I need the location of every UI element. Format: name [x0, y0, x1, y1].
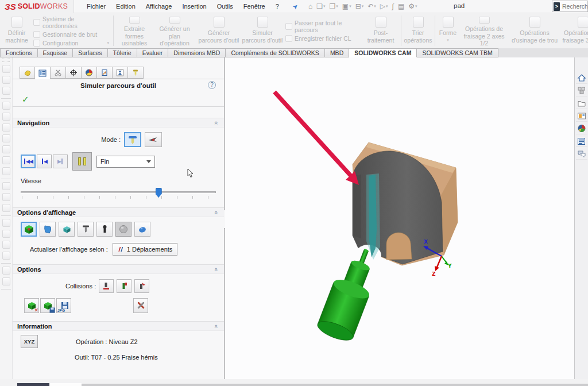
- menu-fenetre[interactable]: Fenêtre: [243, 3, 265, 10]
- xyz-coordinates-button[interactable]: XYZ: [21, 335, 38, 348]
- cam-operation-icon[interactable]: [2, 102, 10, 110]
- show-shaded-button[interactable]: [115, 222, 131, 237]
- ribbon-stock-manager[interactable]: Gestionnaire de brut: [33, 31, 109, 38]
- tab-complements-solidworks[interactable]: Compléments de SOLIDWORKS: [226, 48, 324, 57]
- speed-slider[interactable]: [21, 187, 216, 200]
- ribbon-step-through[interactable]: Passer par tout le parcours: [285, 20, 360, 33]
- cam-operation-icon[interactable]: [2, 167, 10, 175]
- cam-operation-icon[interactable]: [2, 145, 10, 153]
- cam-operation-icon[interactable]: [2, 134, 10, 142]
- home-icon[interactable]: ⌂: [308, 2, 312, 10]
- next-step-button[interactable]: ▶: [53, 155, 68, 168]
- cam-operation-icon[interactable]: [2, 277, 10, 285]
- print-icon[interactable]: ⊟▾: [355, 2, 364, 10]
- tab-tool[interactable]: [128, 67, 144, 79]
- tab-copy-page[interactable]: [97, 67, 113, 79]
- collapse-chevron-icon[interactable]: «: [213, 121, 220, 124]
- moves-update-button[interactable]: 1 Déplacements: [113, 243, 178, 256]
- help-icon[interactable]: ?: [208, 81, 216, 89]
- undo-icon[interactable]: ↶▾: [368, 2, 376, 10]
- cam-operation-icon[interactable]: [2, 267, 10, 275]
- slider-track[interactable]: [21, 191, 216, 193]
- cam-operation-icon[interactable]: [2, 182, 10, 190]
- forum-button[interactable]: [576, 148, 587, 160]
- toolbar-grip[interactable]: [2, 59, 10, 62]
- cam-operation-icon[interactable]: [2, 113, 10, 121]
- section-navigation[interactable]: Navigation «: [13, 118, 224, 128]
- collision-holder-button[interactable]: [117, 279, 131, 293]
- tool-mode-button[interactable]: [124, 132, 141, 147]
- ribbon-configuration[interactable]: Configuration▾: [33, 40, 109, 47]
- collapse-chevron-icon[interactable]: «: [213, 267, 220, 271]
- show-holder-button[interactable]: [96, 222, 113, 237]
- list-icon[interactable]: ▤: [398, 2, 404, 10]
- cam-operation-icon[interactable]: [2, 156, 10, 164]
- stop-record-button[interactable]: ✕: [24, 298, 39, 313]
- resources-home-button[interactable]: [576, 72, 587, 84]
- file-explorer-button[interactable]: [576, 98, 587, 109]
- ribbon-mill-3axis[interactable]: Opérations de fraisage 3 axes: [560, 14, 588, 47]
- search-input[interactable]: [562, 3, 587, 10]
- section-options[interactable]: Options «: [13, 264, 224, 274]
- section-display-options[interactable]: Options d'affichage «: [13, 207, 224, 217]
- ribbon-hole-machining[interactable]: Opérations d'usinage de trou: [509, 14, 560, 47]
- record-video-button[interactable]: [40, 298, 55, 313]
- cam-operation-icon[interactable]: [2, 241, 10, 249]
- ribbon-simulate-toolpath[interactable]: Simuler parcours d'outil: [242, 14, 283, 47]
- search-icon[interactable]: >: [554, 2, 560, 11]
- tab-dimensions-mbd[interactable]: Dimensions MBD: [168, 48, 226, 57]
- ok-check-button[interactable]: ✓: [22, 94, 29, 105]
- show-target-button[interactable]: [40, 222, 56, 237]
- ribbon-coord-system[interactable]: Système de coordonnées: [33, 16, 109, 29]
- cam-operation-icon[interactable]: [2, 230, 10, 238]
- open-icon[interactable]: ❐▾: [330, 2, 338, 10]
- show-fixture-button[interactable]: [59, 222, 75, 237]
- cam-operation-icon[interactable]: [2, 76, 10, 84]
- select-icon[interactable]: ▷▾: [380, 2, 388, 10]
- collision-rapid-button[interactable]: [134, 279, 149, 293]
- tab-origin[interactable]: [66, 67, 82, 79]
- menu-fichier[interactable]: Fichier: [87, 3, 106, 10]
- ribbon-save-cl[interactable]: Enregistrer fichier CL: [285, 35, 360, 42]
- new-document-icon[interactable]: ❏▾: [316, 2, 325, 10]
- ribbon-extract-features[interactable]: Extraire formes usinables: [115, 14, 153, 47]
- tab-mbd[interactable]: MBD: [325, 48, 349, 57]
- menu-help[interactable]: ?: [276, 3, 279, 10]
- graphics-viewport[interactable]: X Y Z: [225, 57, 574, 379]
- position-dropdown[interactable]: Fin: [96, 156, 155, 168]
- tab-simulation[interactable]: [113, 67, 128, 79]
- attach-icon[interactable]: ∫: [392, 2, 394, 10]
- cam-operation-icon[interactable]: [2, 252, 10, 260]
- ribbon-shape[interactable]: Forme ▾: [437, 14, 459, 47]
- ribbon-generate-toolpath[interactable]: Générer parcours d'outil: [196, 14, 242, 47]
- tab-feature-manager[interactable]: [20, 67, 35, 79]
- ribbon-sort-operations[interactable]: Trier opérations: [403, 14, 433, 47]
- save-icon[interactable]: ▣▾: [342, 2, 351, 10]
- design-library-button[interactable]: [576, 85, 587, 96]
- tab-fonctions[interactable]: Fonctions: [0, 48, 38, 57]
- tab-appearances[interactable]: [82, 67, 97, 79]
- show-stock-button[interactable]: [21, 222, 37, 237]
- tab-tolerie[interactable]: Tôlerie: [108, 48, 137, 57]
- ribbon-generate-plan[interactable]: Générer un plan d'opération: [153, 14, 196, 47]
- menu-edition[interactable]: Edition: [116, 3, 136, 10]
- tab-esquisse[interactable]: Esquisse: [38, 48, 74, 57]
- pin-icon[interactable]: ➤: [291, 2, 300, 11]
- cam-operation-icon[interactable]: [2, 65, 10, 73]
- go-to-start-button[interactable]: ◀◀: [21, 155, 36, 168]
- menu-insertion[interactable]: Insertion: [182, 3, 206, 10]
- save-image-button[interactable]: JPG: [56, 298, 71, 313]
- tab-solidworks-cam-tbm[interactable]: SOLIDWORKS CAM TBM: [417, 48, 498, 57]
- cam-operation-icon[interactable]: [2, 219, 10, 227]
- turbo-mode-button[interactable]: [145, 132, 162, 147]
- ribbon-mill-2axis[interactable]: Opérations de fraisage 2 axes 1/2: [459, 14, 509, 47]
- show-leftover-button[interactable]: [134, 222, 150, 237]
- previous-step-button[interactable]: ◀: [37, 155, 52, 168]
- ribbon-post-process[interactable]: Post-traitement: [362, 14, 399, 47]
- tab-configuration-manager[interactable]: [51, 67, 66, 79]
- cam-operation-icon[interactable]: [2, 204, 10, 212]
- section-information[interactable]: Information «: [13, 321, 224, 331]
- appearances-button[interactable]: [576, 123, 587, 134]
- collapse-chevron-icon[interactable]: «: [213, 210, 220, 214]
- tab-solidworks-cam[interactable]: SOLIDWORKS CAM: [349, 48, 417, 57]
